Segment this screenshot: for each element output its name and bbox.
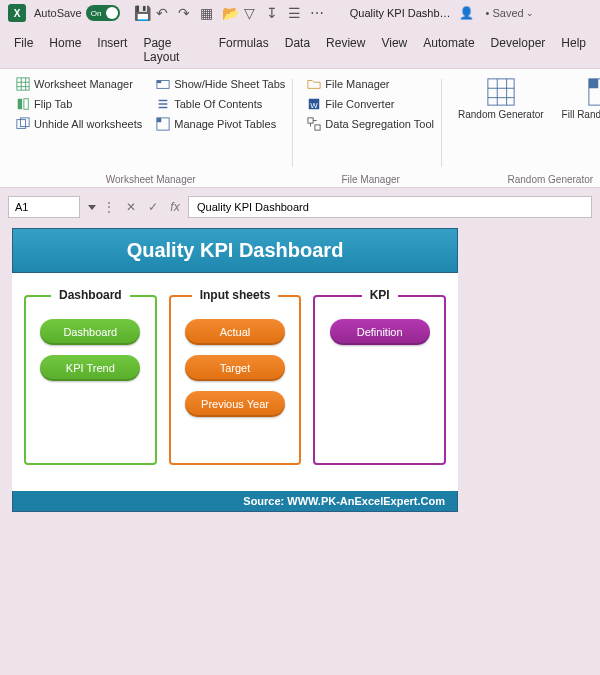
autosave-toggle[interactable]: AutoSave On [34,5,120,21]
formula-more-icon[interactable]: ⋮ [100,196,118,218]
manage-pivot-button[interactable]: Manage Pivot Tables [154,115,287,133]
svg-text:W: W [311,101,319,110]
titlebar: X AutoSave On 💾 ↶ ↷ ▦ 📂 ▽ ↧ ☰ ⋯ Quality … [0,0,600,26]
tab-formulas[interactable]: Formulas [219,32,269,68]
fill-random-icon [587,77,600,107]
formula-bar-row: A1 ⋮ ✕ ✓ fx Quality KPI Dashboard [0,188,600,222]
cancel-formula-icon[interactable]: ✕ [122,196,140,218]
word-icon: W [307,97,321,111]
save-icon[interactable]: 💾 [134,6,148,20]
qat-overflow-icon[interactable]: ⋯ [310,6,324,20]
group-label: Random Generator [454,172,600,185]
tab-automate[interactable]: Automate [423,32,474,68]
svg-rect-11 [308,118,313,123]
card-legend: KPI [362,288,398,302]
table-of-contents-button[interactable]: Table Of Contents [154,95,287,113]
definition-button[interactable]: Definition [330,319,430,345]
target-button[interactable]: Target [185,355,285,381]
redo-icon[interactable]: ↷ [178,6,192,20]
svg-rect-4 [24,99,28,110]
folder-icon [307,77,321,91]
quick-access-toolbar: 💾 ↶ ↷ ▦ 📂 ▽ ↧ ☰ ⋯ [134,6,324,20]
undo-icon[interactable]: ↶ [156,6,170,20]
flip-tab-button[interactable]: Flip Tab [14,95,144,113]
grid-icon [16,77,30,91]
tab-file[interactable]: File [14,32,33,68]
borders-icon[interactable]: ▦ [200,6,214,20]
svg-rect-0 [17,78,29,90]
unhide-all-button[interactable]: Unhide All worksheets [14,115,144,133]
list-icon [156,97,170,111]
svg-rect-3 [18,99,22,110]
worksheet-area[interactable]: Quality KPI Dashboard Dashboard Dashboar… [0,222,600,512]
svg-rect-12 [315,125,320,130]
save-status[interactable]: • Saved ⌄ [486,7,534,19]
chevron-down-icon: ⌄ [526,8,534,18]
random-generator-button[interactable]: Random Generator [454,75,548,122]
group-worksheet-manager: Worksheet Manager Show/Hide Sheet Tabs F… [8,75,293,185]
worksheet-manager-button[interactable]: Worksheet Manager [14,75,144,93]
tab-view[interactable]: View [381,32,407,68]
open-icon[interactable]: 📂 [222,6,236,20]
excel-app-icon: X [8,4,26,22]
user-avatar-icon[interactable]: 👤 [459,6,474,20]
autosave-label: AutoSave [34,7,82,19]
previous-year-button[interactable]: Previous Year [185,391,285,417]
svg-rect-8 [157,118,161,122]
tab-data[interactable]: Data [285,32,310,68]
filter-icon[interactable]: ▽ [244,6,258,20]
pivot-icon [156,117,170,131]
card-dashboard: Dashboard Dashboard KPI Trend [24,295,157,465]
name-box-dropdown-icon[interactable] [88,205,96,210]
tab-developer[interactable]: Developer [491,32,546,68]
tab-home[interactable]: Home [49,32,81,68]
name-box[interactable]: A1 [8,196,80,218]
ribbon-tabs: File Home Insert Page Layout Formulas Da… [0,26,600,68]
autosave-switch-icon[interactable]: On [86,5,120,21]
tab-help[interactable]: Help [561,32,586,68]
fill-random-value-button[interactable]: Fill Random Value [558,75,600,122]
document-title[interactable]: Quality KPI Dashb… [350,7,451,19]
tab-review[interactable]: Review [326,32,365,68]
group-label: Worksheet Manager [14,172,287,185]
flip-icon [16,97,30,111]
dashboard-title: Quality KPI Dashboard [12,228,458,273]
dashboard-footer: Source: WWW.PK-AnExcelExpert.Com [12,491,458,512]
enter-formula-icon[interactable]: ✓ [144,196,162,218]
dashboard-button[interactable]: Dashboard [40,319,140,345]
toggle-knob-icon [106,7,118,19]
touch-mode-icon[interactable]: ☰ [288,6,302,20]
card-legend: Dashboard [51,288,130,302]
tab-insert[interactable]: Insert [97,32,127,68]
card-kpi: KPI Definition [313,295,446,465]
ribbon: Worksheet Manager Show/Hide Sheet Tabs F… [0,68,600,188]
formula-bar[interactable]: Quality KPI Dashboard [188,196,592,218]
group-random-generator: Random Generator Fill Random Value Rando… [448,75,600,185]
segregate-icon [307,117,321,131]
svg-rect-15 [589,79,598,88]
kpi-trend-button[interactable]: KPI Trend [40,355,140,381]
svg-rect-13 [488,79,514,105]
sheets-icon [16,117,30,131]
random-grid-icon [486,77,516,107]
data-segregation-button[interactable]: Data Segregation Tool [305,115,436,133]
tabs-icon [156,77,170,91]
file-converter-button[interactable]: WFile Converter [305,95,436,113]
actual-button[interactable]: Actual [185,319,285,345]
show-hide-tabs-button[interactable]: Show/Hide Sheet Tabs [154,75,287,93]
card-input-sheets: Input sheets Actual Target Previous Year [169,295,302,465]
fx-icon[interactable]: fx [166,196,184,218]
group-label: File Manager [305,172,436,185]
sort-icon[interactable]: ↧ [266,6,280,20]
tab-page-layout[interactable]: Page Layout [143,32,202,68]
svg-rect-2 [157,81,161,84]
dashboard-frame: Quality KPI Dashboard Dashboard Dashboar… [12,228,458,512]
file-manager-button[interactable]: File Manager [305,75,436,93]
group-file-manager: File Manager WFile Converter Data Segreg… [299,75,442,185]
card-legend: Input sheets [192,288,279,302]
dashboard-body: Dashboard Dashboard KPI Trend Input shee… [12,273,458,491]
